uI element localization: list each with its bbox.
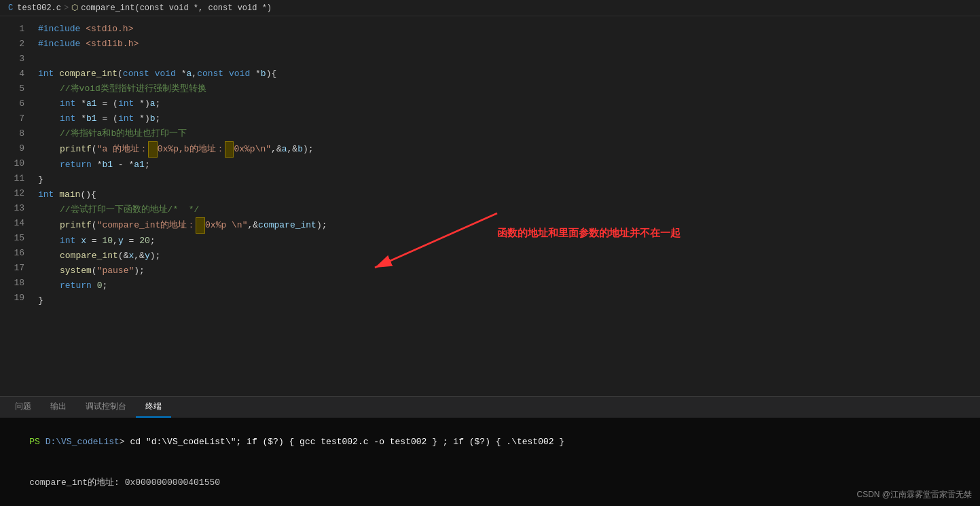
breadcrumb-func-icon: ⬡ (71, 3, 78, 13)
code-container[interactable]: 1 2 3 4 5 6 7 8 9 10 11 12 13 14 15 16 1… (0, 16, 980, 396)
code-line-17: system("pause"); (35, 264, 980, 278)
code-line-1: #include <stdio.h> (35, 22, 980, 37)
code-line-16: compare_int(&x,&y); (35, 249, 980, 264)
tab-terminal[interactable]: 终端 (136, 397, 171, 418)
code-line-7: int *b1 = (int *)b; (35, 111, 980, 126)
editor-area: 1 2 3 4 5 6 7 8 9 10 11 12 13 14 15 16 1… (0, 16, 980, 396)
terminal-line-3: a 的地址: 0x000000000061FDF0,b的地址: 0x000000… (8, 503, 972, 506)
breadcrumb-sep1: > (64, 3, 69, 13)
tab-output[interactable]: 输出 (41, 397, 76, 418)
code-line-12: int main(){ (35, 187, 980, 202)
breadcrumb-file: C (8, 3, 13, 13)
csdn-watermark: CSDN @江南霖雾堂雷家雷无桀 (856, 489, 972, 501)
code-line-13: //尝试打印一下函数的地址/* */ (35, 202, 980, 217)
code-line-4: int compare_int(const void *a,const void… (35, 67, 980, 82)
breadcrumb-func: compare_int(const void *, const void *) (81, 3, 272, 13)
code-line-15: int x = 10,y = 20; (35, 234, 980, 249)
code-line-11: } (35, 173, 980, 187)
terminal-line-2: compare_int的地址: 0x0000000000401550 (8, 463, 972, 503)
tab-debug-console[interactable]: 调试控制台 (76, 397, 136, 418)
code-line-8: //将指针a和b的地址也打印一下 (35, 126, 980, 141)
code-line-9: printf("a 的地址： 0x%p,b的地址： 0x%p\n",&a,&b)… (35, 141, 980, 158)
code-line-19: } (35, 293, 980, 308)
breadcrumb: C test002.c > ⬡ compare_int(const void *… (0, 0, 980, 16)
code-line-3 (35, 52, 980, 67)
terminal-area[interactable]: PS D:\VS_codeList> cd "d:\VS_codeList\";… (0, 418, 980, 506)
code-line-2: #include <stdlib.h> (35, 37, 980, 52)
terminal-line-1: PS D:\VS_codeList> cd "d:\VS_codeList\";… (8, 422, 972, 463)
code-editor[interactable]: #include <stdio.h> #include <stdlib.h> i… (35, 16, 980, 396)
tab-problems[interactable]: 问题 (5, 397, 41, 418)
code-line-5: //将void类型指针进行强制类型转换 (35, 82, 980, 96)
code-line-6: int *a1 = (int *)a; (35, 96, 980, 111)
code-line-10: return *b1 - *a1; (35, 158, 980, 173)
line-numbers: 1 2 3 4 5 6 7 8 9 10 11 12 13 14 15 16 1… (0, 16, 35, 396)
panel-tabs: 问题 输出 调试控制台 终端 (0, 396, 980, 418)
code-line-14: printf("compare_int的地址： 0x%p \n",&compar… (35, 217, 980, 234)
code-line-18: return 0; (35, 278, 980, 293)
